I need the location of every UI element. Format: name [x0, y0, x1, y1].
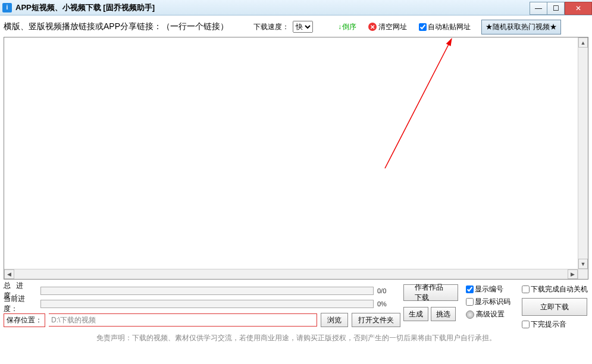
minimize-button[interactable]: — [530, 2, 547, 15]
window-controls: — ☐ ✕ [530, 1, 592, 15]
title-bar: i APP短视频、小视频下载 [固乔视频助手] — ☐ ✕ [0, 0, 592, 15]
advanced-settings-button[interactable]: 高级设置 [466, 309, 516, 319]
app-icon: i [2, 3, 12, 12]
scroll-up-icon[interactable]: ▲ [578, 37, 588, 48]
annotation-arrow [4, 37, 587, 280]
window-title: APP短视频、小视频下载 [固乔视频助手] [15, 2, 155, 13]
horizontal-scrollbar[interactable]: ◀ ▶ [4, 269, 578, 279]
link-input-label: 横版、竖版视频播放链接或APP分享链接：（一行一个链接） [4, 21, 228, 32]
url-textarea[interactable]: ▲ ▼ ◀ ▶ [4, 37, 588, 280]
download-now-button[interactable]: 立即下载 [522, 298, 587, 316]
save-location-label: 保存位置： [4, 313, 45, 327]
speed-label: 下载速度： [253, 22, 289, 32]
maximize-button[interactable]: ☐ [547, 2, 565, 15]
current-progress-label: 当前进度： [4, 294, 37, 314]
show-code-checkbox[interactable]: 显示标识码 [466, 297, 516, 307]
author-works-button[interactable]: 作者作品下载 [403, 284, 458, 301]
scroll-down-icon[interactable]: ▼ [578, 259, 588, 269]
shutdown-after-checkbox[interactable]: 下载完成自动关机 [522, 284, 588, 294]
toolbar-row: 横版、竖版视频播放链接或APP分享链接：（一行一个链接） 下载速度： 快 ↓倒序… [4, 18, 588, 36]
generate-button[interactable]: 生成 [403, 307, 428, 321]
scroll-left-icon[interactable]: ◀ [4, 269, 14, 279]
speed-select[interactable]: 快 [293, 21, 313, 33]
open-folder-button[interactable]: 打开文件夹 [352, 313, 400, 327]
total-progress-value: 0/0 [377, 287, 401, 294]
disclaimer-text: 免责声明：下载的视频、素材仅供学习交流，若使用商业用途，请购买正版授权，否则产生… [4, 333, 588, 343]
scroll-right-icon[interactable]: ▶ [568, 269, 578, 279]
total-progress-bar [40, 287, 374, 295]
clear-urls-button[interactable]: ✕清空网址 [368, 22, 407, 32]
current-progress-value: 0% [377, 300, 401, 307]
browse-button[interactable]: 浏览 [321, 313, 348, 327]
random-hot-video-button[interactable]: ★随机获取热门视频★ [481, 20, 561, 34]
gear-icon [466, 310, 474, 319]
vertical-scrollbar[interactable]: ▲ ▼ [578, 37, 588, 269]
clear-icon: ✕ [368, 23, 377, 31]
reverse-sort-button[interactable]: ↓倒序 [338, 23, 356, 31]
show-index-checkbox[interactable]: 显示编号 [466, 284, 516, 294]
sound-after-checkbox[interactable]: 下完提示音 [522, 319, 588, 330]
pick-button[interactable]: 挑选 [431, 307, 456, 321]
close-button[interactable]: ✕ [565, 2, 592, 15]
current-progress-bar [40, 300, 374, 308]
svg-line-0 [385, 39, 452, 168]
scroll-corner [578, 269, 588, 279]
save-location-input[interactable] [49, 313, 317, 327]
auto-paste-checkbox[interactable]: 自动粘贴网址 [419, 22, 471, 32]
